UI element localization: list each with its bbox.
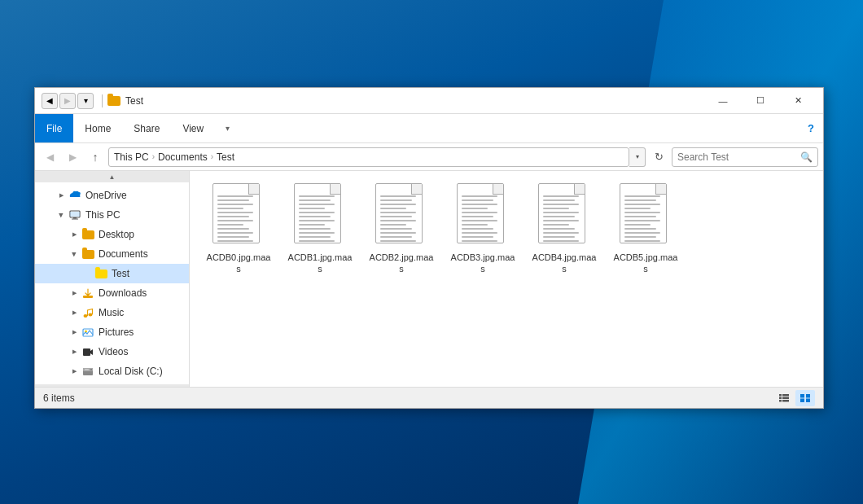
- pc-label: This PC: [85, 209, 120, 221]
- videos-label: Videos: [99, 346, 128, 357]
- status-count: 6 items: [43, 392, 774, 404]
- search-icon[interactable]: 🔍: [800, 151, 813, 163]
- sidebar-item-pictures[interactable]: ▶ Pictures: [35, 322, 189, 342]
- crumb-this-pc[interactable]: This PC: [114, 151, 149, 163]
- expand-arrow-pictures: ▶: [68, 326, 81, 339]
- quick-access-back[interactable]: ◀: [42, 93, 58, 109]
- file-item-5[interactable]: ACDB5.jpg.maas: [609, 179, 682, 279]
- expand-arrow-pc: ▶: [55, 208, 68, 221]
- window-title: Test: [125, 95, 704, 107]
- title-bar: ◀ ▶ ▾ Test — ☐ ✕: [35, 88, 823, 114]
- svg-rect-15: [782, 394, 789, 397]
- close-button[interactable]: ✕: [779, 88, 817, 114]
- crumb-documents[interactable]: Documents: [158, 151, 208, 163]
- sidebar-item-music[interactable]: ▶ Music: [35, 303, 189, 322]
- sidebar: ▲ ▶ OneDrive ▶: [35, 171, 190, 387]
- tab-view[interactable]: View: [171, 114, 215, 142]
- sidebar-items: ▶ OneDrive ▶: [35, 182, 189, 384]
- svg-point-6: [89, 313, 93, 316]
- downloads-icon: [81, 287, 95, 299]
- sidebar-scroll-up[interactable]: ▲: [35, 171, 189, 182]
- svg-rect-4: [83, 296, 93, 298]
- svg-rect-3: [72, 219, 78, 220]
- view-buttons: [774, 390, 815, 406]
- window-controls: — ☐ ✕: [704, 88, 817, 114]
- up-button[interactable]: ↑: [85, 147, 105, 167]
- expand-arrow-desktop: ▶: [68, 228, 81, 241]
- file-item-2[interactable]: ACDB2.jpg.maas: [365, 179, 438, 279]
- quick-access-forward[interactable]: ▶: [59, 93, 76, 109]
- refresh-button[interactable]: ↻: [649, 147, 668, 167]
- main-content: ▲ ▶ OneDrive ▶: [35, 171, 823, 387]
- file-item-1[interactable]: ACDB1.jpg.maas: [283, 179, 357, 279]
- sidebar-item-desktop[interactable]: ▶ Desktop: [35, 225, 189, 244]
- svg-rect-21: [806, 394, 810, 398]
- expand-arrow-videos: ▶: [68, 345, 81, 358]
- svg-rect-13: [85, 369, 89, 370]
- file-item-3[interactable]: ACDB3.jpg.maas: [446, 179, 519, 279]
- crumb-test[interactable]: Test: [217, 151, 234, 163]
- desktop-label: Desktop: [99, 229, 134, 240]
- file-name-3: ACDB3.jpg.maas: [450, 252, 515, 275]
- file-name-5: ACDB5.jpg.maas: [613, 252, 678, 275]
- sidebar-item-this-pc[interactable]: ▶ This PC: [35, 205, 189, 225]
- tab-file[interactable]: File: [35, 114, 73, 142]
- back-button[interactable]: ◀: [40, 147, 59, 167]
- ribbon-expand-button[interactable]: ▾: [215, 114, 239, 142]
- videos-icon: [81, 346, 95, 357]
- search-input[interactable]: [677, 151, 800, 163]
- desktop-icon: [81, 229, 95, 240]
- file-item-0[interactable]: ACDB0.jpg.maas: [202, 179, 275, 279]
- expand-arrow-test: [81, 267, 94, 280]
- svg-rect-2: [73, 217, 77, 219]
- title-folder-icon: [107, 94, 120, 107]
- crumb-sep-1: ›: [152, 152, 155, 161]
- breadcrumb: This PC › Documents › Test: [114, 151, 234, 163]
- tab-home[interactable]: Home: [73, 114, 122, 142]
- sidebar-scroll-down[interactable]: ▼: [35, 384, 189, 387]
- file-icon-5: [620, 183, 672, 248]
- svg-rect-23: [806, 398, 810, 402]
- list-view-button[interactable]: [774, 390, 794, 406]
- pc-icon: [68, 209, 82, 221]
- file-icon-3: [457, 183, 509, 248]
- file-icon-1: [294, 183, 346, 248]
- address-bar: ◀ ▶ ↑ This PC › Documents › Test ▾ ↻ 🔍: [35, 143, 823, 171]
- search-box: 🔍: [672, 147, 818, 167]
- disk-icon: [81, 366, 95, 377]
- title-separator: [102, 94, 103, 107]
- quick-access-down[interactable]: ▾: [77, 93, 94, 109]
- address-dropdown-button[interactable]: ▾: [629, 147, 646, 167]
- sidebar-item-documents[interactable]: ▶ Documents: [35, 244, 189, 264]
- onedrive-label: OneDrive: [85, 190, 127, 201]
- sidebar-item-videos[interactable]: ▶ Videos: [35, 342, 189, 362]
- file-item-4[interactable]: ACDB4.jpg.maas: [528, 179, 601, 279]
- minimize-button[interactable]: —: [704, 88, 742, 114]
- explorer-window: ◀ ▶ ▾ Test — ☐ ✕ File Home Share View ▾ …: [34, 87, 824, 409]
- file-name-0: ACDB0.jpg.maas: [206, 252, 271, 275]
- forward-button[interactable]: ▶: [63, 147, 82, 167]
- svg-rect-17: [782, 397, 789, 399]
- expand-arrow-music: ▶: [68, 306, 81, 319]
- expand-arrow-onedrive: ▶: [55, 189, 68, 202]
- tab-share[interactable]: Share: [122, 114, 171, 142]
- svg-rect-22: [800, 398, 804, 402]
- svg-rect-9: [83, 348, 90, 356]
- svg-rect-18: [779, 400, 782, 402]
- documents-label: Documents: [99, 248, 148, 260]
- sidebar-item-onedrive[interactable]: ▶ OneDrive: [35, 186, 189, 205]
- maximize-button[interactable]: ☐: [742, 88, 779, 114]
- sidebar-item-local-disk[interactable]: ▶ Local Disk (C:): [35, 362, 189, 381]
- help-button[interactable]: ?: [799, 114, 823, 142]
- svg-rect-16: [779, 397, 782, 399]
- expand-arrow-downloads: ▶: [68, 287, 81, 300]
- address-path[interactable]: This PC › Documents › Test: [108, 147, 629, 167]
- sidebar-item-downloads[interactable]: ▶ Downloads: [35, 283, 189, 303]
- expand-arrow-documents: ▶: [68, 248, 81, 261]
- file-name-1: ACDB1.jpg.maas: [287, 252, 353, 275]
- pictures-label: Pictures: [99, 327, 134, 338]
- svg-rect-14: [779, 394, 782, 397]
- grid-view-button[interactable]: [795, 390, 815, 406]
- music-label: Music: [99, 307, 124, 318]
- sidebar-item-test[interactable]: Test: [35, 264, 189, 283]
